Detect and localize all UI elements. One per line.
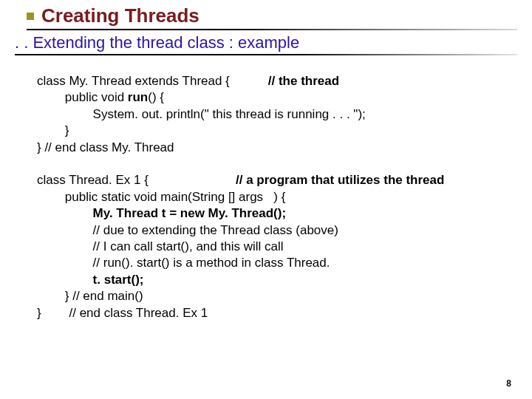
code-line: } // end class My. Thread <box>37 140 174 154</box>
code-block-1: class My. Thread extends Thread { // the… <box>37 73 505 156</box>
code-line: public void <box>37 90 128 104</box>
code-line: // run(). start() is a method in class T… <box>37 256 330 270</box>
code-keyword: run <box>128 90 148 104</box>
code-line: () { <box>148 90 164 104</box>
code-line: // due to extending the Thread class (ab… <box>37 223 338 237</box>
code-line: class My. Thread extends Thread { <box>37 74 268 88</box>
code-line: } <box>37 123 69 137</box>
code-line: System. out. println(" this thread is ru… <box>37 107 366 121</box>
title-row: Creating Threads <box>0 0 532 27</box>
code-comment: // the thread <box>268 74 339 88</box>
code-block-2: class Thread. Ex 1 { // a program that u… <box>37 172 505 321</box>
code-line: t. start(); <box>37 273 144 287</box>
page-number: 8 <box>506 378 511 389</box>
code-line: public static void main(String [] args )… <box>37 190 285 204</box>
code-line: } // end class Thread. Ex 1 <box>37 306 208 320</box>
code-comment: // a program that utilizes the thread <box>236 173 444 187</box>
slide-subtitle: . . Extending the thread class : example <box>0 30 532 52</box>
code-line: } // end main() <box>37 289 143 303</box>
code-line: // I can call start(), and this will cal… <box>37 239 283 253</box>
slide-body: class My. Thread extends Thread { // the… <box>0 55 532 321</box>
code-line: class Thread. Ex 1 { <box>37 173 236 187</box>
slide-title: Creating Threads <box>41 4 200 27</box>
bullet-icon <box>27 13 34 20</box>
code-line: My. Thread t = new My. Thread(); <box>37 206 286 220</box>
